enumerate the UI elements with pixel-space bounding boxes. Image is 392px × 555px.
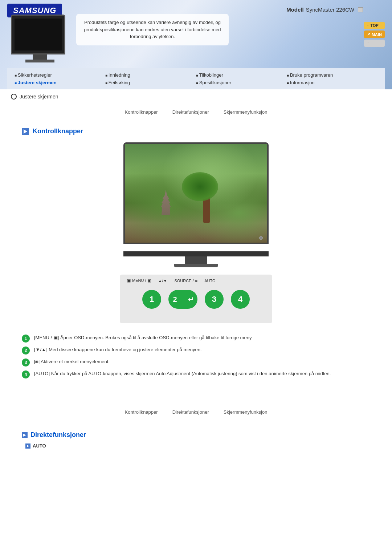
bottom-tabs: Kontrollknapper Direktefunksjoner Skjerm… <box>11 404 381 420</box>
tab-skjermmenyfunksjon[interactable]: Skjermmenyfunksjon <box>224 109 268 115</box>
section2-heading: Direktefunksjoner <box>22 431 370 439</box>
tab-direktefunksjoner[interactable]: Direktefunksjoner <box>172 109 209 115</box>
source-icon: SOURCE / ◙ <box>174 279 197 283</box>
label-menu: ▣ MENU / ▣ <box>127 278 151 283</box>
control-panel: ▣ MENU / ▣ ▲/▼ SOURCE / ◙ AUTO 1 2 ↵ 3 <box>120 275 272 323</box>
nav-item-tilkoblinger[interactable]: Tilkoblinger <box>196 71 287 79</box>
tab-kontrollknapper[interactable]: Kontrollknapper <box>125 109 158 115</box>
section1-heading: Kontrollknapper <box>22 127 370 135</box>
breadcrumb-icon <box>11 94 17 100</box>
monitor-bottom-bezel <box>123 251 269 256</box>
tree-canopy <box>182 172 218 201</box>
desc-num-2: 2 <box>22 347 30 355</box>
nav-item-justere-skjermen[interactable]: Justere skjermen <box>15 79 105 86</box>
desc-text-4: [AUTO] Når du trykker på AUTO-knappen, v… <box>34 370 331 377</box>
header: SAMSUNG Modell SyncMaster 226CW Produkte… <box>0 0 392 89</box>
nav-item-bruke-programvaren[interactable]: Bruke programvaren <box>287 71 377 79</box>
top-button[interactable]: ↑ TOP <box>364 22 385 29</box>
control-labels: ▣ MENU / ▣ ▲/▼ SOURCE / ◙ AUTO <box>127 278 265 283</box>
top-tabs: Kontrollknapper Direktefunksjoner Skjerm… <box>11 104 381 120</box>
main-arrow-icon: ↗ <box>367 32 370 37</box>
back-button[interactable]: ↑ <box>364 40 385 47</box>
label-arrows: ▲/▼ <box>158 279 167 283</box>
auto-icon <box>25 443 30 449</box>
section2-title: Direktefunksjoner <box>30 431 86 439</box>
main-button[interactable]: ↗ MAIN <box>364 31 385 38</box>
nav-col-2: Innledning Feilsøking <box>105 71 196 86</box>
section2-icon <box>22 432 28 438</box>
nav-item-sikkerhetsregler[interactable]: Sikkerhetsregler <box>15 71 105 79</box>
bottom-tab-direktefunksjoner[interactable]: Direktefunksjoner <box>172 409 209 415</box>
nav-item-spesifikasjoner[interactable]: Spesifikasjoner <box>196 79 287 86</box>
arrows-icon: ▲/▼ <box>158 279 167 283</box>
desc-text-1: [MENU / ▣] Åpner OSD-menyen. Brukes også… <box>34 334 253 341</box>
label-source: SOURCE / ◙ <box>174 279 197 283</box>
side-buttons-panel: ↑ TOP ↗ MAIN ↑ <box>364 22 385 47</box>
button-2-right: ↵ <box>184 290 197 309</box>
nav-item-informasjon[interactable]: Informasjon <box>287 79 377 86</box>
auto-item: AUTO <box>22 443 370 449</box>
product-notice-bubble: Produktets farge og utseende kan variere… <box>76 14 229 45</box>
desc-text-2: [▼/▲] Med dissee knappene kan du fremhev… <box>34 346 202 353</box>
monitor-display-container <box>120 142 272 267</box>
navigation-bar: Sikkerhetsregler Justere skjermen Innled… <box>7 68 385 89</box>
nav-col-1: Sikkerhetsregler Justere skjermen <box>15 71 105 86</box>
desc-item-2: 2 [▼/▲] Med dissee knappene kan du fremh… <box>22 346 370 355</box>
section1-title: Kontrollknapper <box>33 127 83 135</box>
button-group: 1 2 ↵ 3 4 <box>127 290 265 309</box>
desc-num-4: 4 <box>22 370 30 378</box>
menu-icon: ▣ <box>127 278 131 283</box>
breadcrumb-section: Justere skjermen <box>0 89 392 104</box>
monitor-display-stand <box>185 256 207 264</box>
label-auto: AUTO <box>204 279 215 283</box>
monitor-display <box>123 142 269 244</box>
model-label: Modell <box>286 7 304 13</box>
auto-label: AUTO <box>33 443 46 449</box>
desc-item-3: 3 [◙] Aktivere et merket menyelement. <box>22 358 370 366</box>
button-4[interactable]: 4 <box>231 290 250 309</box>
button-2[interactable]: 2 ↵ <box>168 290 197 309</box>
button-3[interactable]: 3 <box>205 290 224 309</box>
model-name: SyncMaster 226CW <box>306 7 354 13</box>
desc-text-3: [◙] Aktivere et merket menyelement. <box>34 358 110 365</box>
section1-icon <box>22 128 29 135</box>
button-2-connector <box>181 290 184 309</box>
monitor-base <box>25 60 54 62</box>
nav-col-4: Bruke programvaren Informasjon <box>287 71 377 86</box>
model-box-indicator <box>358 7 363 12</box>
top-arrow-icon: ↑ <box>367 23 369 28</box>
bottom-tab-skjermmenyfunksjon[interactable]: Skjermmenyfunksjon <box>224 409 268 415</box>
auto-play-icon <box>27 445 29 447</box>
desc-num-3: 3 <box>22 358 30 366</box>
nav-col-3: Tilkoblinger Spesifikasjoner <box>196 71 287 86</box>
monitor-stand <box>33 54 47 60</box>
desc-item-1: 1 [MENU / ▣] Åpner OSD-menyen. Brukes og… <box>22 334 370 343</box>
monitor-display-base <box>174 264 218 267</box>
main-content: Kontrollknapper ▣ MENU / ▣ ▲/▼ SOURCE / … <box>0 120 392 397</box>
section2-play-icon <box>23 434 26 437</box>
nav-item-innledning[interactable]: Innledning <box>105 71 196 79</box>
nav-item-feilsoking[interactable]: Feilsøking <box>105 79 196 86</box>
monitor-image <box>11 15 69 62</box>
bottom-tab-kontrollknapper[interactable]: Kontrollknapper <box>125 409 158 415</box>
back-icon: ↑ <box>367 41 369 45</box>
descriptions-list: 1 [MENU / ▣] Åpner OSD-menyen. Brukes og… <box>22 334 370 378</box>
desc-item-4: 4 [AUTO] Når du trykker på AUTO-knappen,… <box>22 370 370 378</box>
monitor-power-dot <box>259 236 263 240</box>
breadcrumb-text: Justere skjermen <box>20 94 58 100</box>
monitor-screen <box>15 19 62 50</box>
button-1[interactable]: 1 <box>142 290 161 309</box>
button-2-left: 2 <box>168 290 181 309</box>
section2: Direktefunksjoner AUTO <box>0 428 392 456</box>
desc-num-1: 1 <box>22 335 30 343</box>
play-icon <box>24 129 27 134</box>
